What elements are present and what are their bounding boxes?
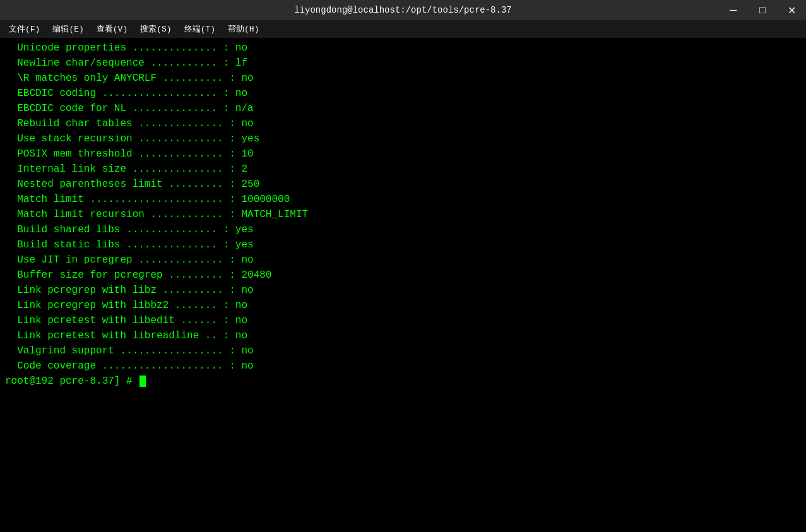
terminal-line: EBCDIC coding ................... : no (5, 86, 801, 101)
terminal-line: Unicode properties .............. : no (5, 40, 801, 56)
menu-item[interactable]: 帮助(H) (222, 21, 265, 37)
terminal-line: Use stack recursion .............. : yes (5, 131, 801, 146)
terminal-line: Code coverage .................... : no (5, 358, 801, 374)
titlebar-title: liyongdong@localhost:/opt/tools/pcre-8.3… (294, 5, 511, 15)
terminal-body[interactable]: Unicode properties .............. : no N… (0, 38, 806, 532)
terminal-line: POSIX mem threshold .............. : 10 (5, 146, 801, 162)
prompt-line: root@192 pcre-8.37] # (5, 374, 801, 389)
terminal-line: Match limit ...................... : 100… (5, 192, 801, 207)
terminal-line: Link pcretest with libedit ...... : no (5, 313, 801, 328)
terminal-line: Link pcregrep with libbz2 ....... : no (5, 298, 801, 313)
menu-item[interactable]: 查看(V) (90, 21, 134, 37)
menu-item[interactable]: 终端(T) (178, 21, 222, 37)
terminal-window: liyongdong@localhost:/opt/tools/pcre-8.3… (0, 0, 806, 532)
menu-item[interactable]: 编辑(E) (46, 21, 90, 37)
terminal-line: Build shared libs ............... : yes (5, 222, 801, 237)
terminal-line: Newline char/sequence ........... : lf (5, 56, 801, 71)
terminal-line: \R matches only ANYCRLF .......... : no (5, 71, 801, 86)
menu-item[interactable]: 文件(F) (3, 21, 46, 37)
menubar: 文件(F)编辑(E)查看(V)搜索(S)终端(T)帮助(H) (0, 20, 806, 38)
minimize-button[interactable]: ─ (719, 0, 748, 20)
maximize-button[interactable]: □ (748, 0, 777, 20)
terminal-cursor (139, 375, 146, 387)
terminal-line: Valgrind support ................. : no (5, 343, 801, 358)
titlebar-controls: ─ □ ✕ (719, 0, 806, 20)
terminal-line: Match limit recursion ............ : MAT… (5, 207, 801, 222)
terminal-line: Internal link size ............... : 2 (5, 162, 801, 177)
terminal-line: EBCDIC code for NL .............. : n/a (5, 101, 801, 116)
terminal-prompt: root@192 pcre-8.37] # (5, 374, 138, 389)
terminal-line: Nested parentheses limit ......... : 250 (5, 177, 801, 192)
terminal-line: Rebuild char tables .............. : no (5, 116, 801, 131)
terminal-line: Build static libs ............... : yes (5, 237, 801, 252)
terminal-line: Buffer size for pcregrep ......... : 204… (5, 268, 801, 283)
menu-item[interactable]: 搜索(S) (134, 21, 177, 37)
terminal-line: Link pcregrep with libz .......... : no (5, 283, 801, 298)
titlebar: liyongdong@localhost:/opt/tools/pcre-8.3… (0, 0, 806, 20)
terminal-line: Link pcretest with libreadline .. : no (5, 328, 801, 343)
close-button[interactable]: ✕ (777, 0, 806, 20)
terminal-line: Use JIT in pcregrep .............. : no (5, 252, 801, 268)
